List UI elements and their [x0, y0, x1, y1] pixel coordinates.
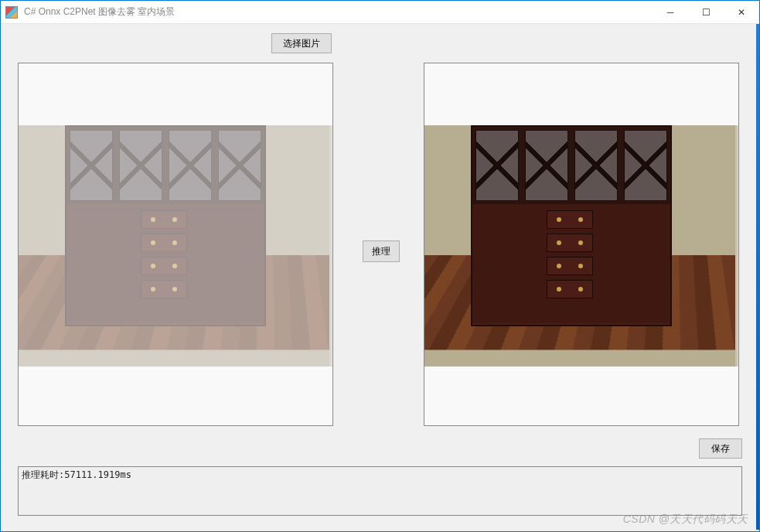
app-icon [5, 6, 18, 19]
log-output[interactable]: 推理耗时:57111.1919ms [18, 466, 742, 516]
maximize-icon: ☐ [702, 7, 711, 18]
app-window: C# Onnx C2PNet 图像去雾 室内场景 ─ ☐ ✕ 选择图片 [0, 0, 760, 532]
window-title: C# Onnx C2PNet 图像去雾 室内场景 [22, 5, 653, 19]
client-area: 选择图片 推理 [1, 24, 759, 531]
log-text: 推理耗时:57111.1919ms [22, 469, 131, 480]
output-image-box[interactable] [424, 63, 739, 426]
maximize-button[interactable]: ☐ [688, 1, 724, 23]
save-button[interactable]: 保存 [699, 438, 742, 459]
titlebar[interactable]: C# Onnx C2PNet 图像去雾 室内场景 ─ ☐ ✕ [1, 1, 759, 24]
close-button[interactable]: ✕ [724, 1, 759, 23]
output-image [424, 125, 738, 367]
close-icon: ✕ [738, 7, 745, 18]
window-controls: ─ ☐ ✕ [653, 1, 759, 23]
input-image [19, 125, 332, 367]
minimize-icon: ─ [667, 7, 674, 18]
infer-button[interactable]: 推理 [363, 240, 400, 262]
select-image-button[interactable]: 选择图片 [271, 33, 332, 53]
minimize-button[interactable]: ─ [653, 1, 688, 23]
input-image-box[interactable] [18, 63, 333, 426]
window-border-accent [756, 24, 759, 530]
